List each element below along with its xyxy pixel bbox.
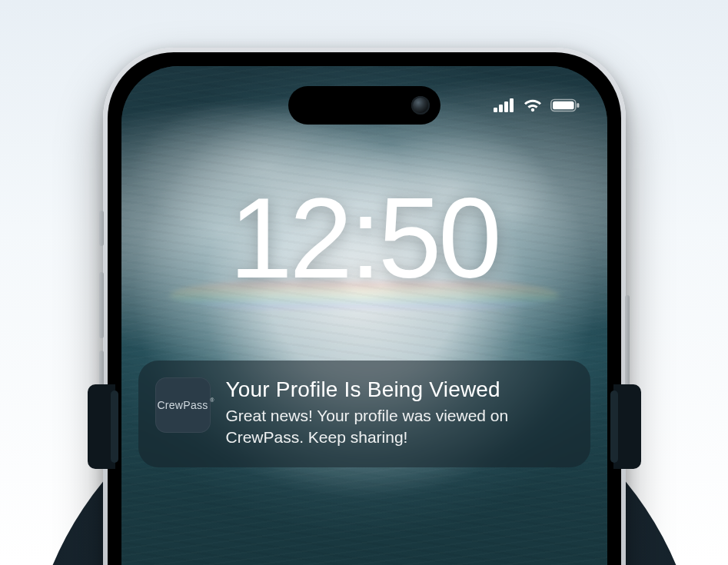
silence-switch [99, 211, 104, 246]
power-button [625, 295, 630, 395]
svg-rect-6 [577, 103, 579, 108]
notification-app-name: CrewPass [157, 399, 208, 411]
stand-arm-right [613, 384, 641, 469]
phone-frame: 12:50 CrewPass Your Profile Is Being Vie… [103, 48, 626, 565]
stand-arm-left [88, 384, 115, 469]
notification-banner[interactable]: CrewPass Your Profile Is Being Viewed Gr… [138, 361, 590, 467]
notification-content: Your Profile Is Being Viewed Great news!… [226, 377, 573, 449]
phone-bezel: 12:50 CrewPass Your Profile Is Being Vie… [108, 52, 621, 565]
notification-body: Great news! Your profile was viewed on C… [226, 405, 549, 449]
lockscreen-clock: 12:50 [121, 181, 607, 295]
notification-app-icon: CrewPass [155, 377, 211, 433]
notification-title: Your Profile Is Being Viewed [226, 377, 573, 402]
front-camera-icon [411, 96, 430, 115]
svg-rect-3 [510, 98, 514, 112]
svg-rect-1 [499, 105, 503, 112]
svg-rect-0 [494, 108, 497, 112]
wifi-icon [523, 98, 543, 112]
phone-screen[interactable]: 12:50 CrewPass Your Profile Is Being Vie… [121, 66, 607, 565]
lockscreen-wallpaper [121, 66, 607, 565]
volume-up-button [99, 272, 104, 338]
stage: 12:50 CrewPass Your Profile Is Being Vie… [0, 0, 728, 565]
dynamic-island [288, 86, 440, 125]
svg-rect-2 [504, 101, 508, 112]
battery-icon [550, 98, 580, 112]
cellular-signal-icon [494, 98, 515, 112]
svg-rect-5 [553, 101, 574, 110]
